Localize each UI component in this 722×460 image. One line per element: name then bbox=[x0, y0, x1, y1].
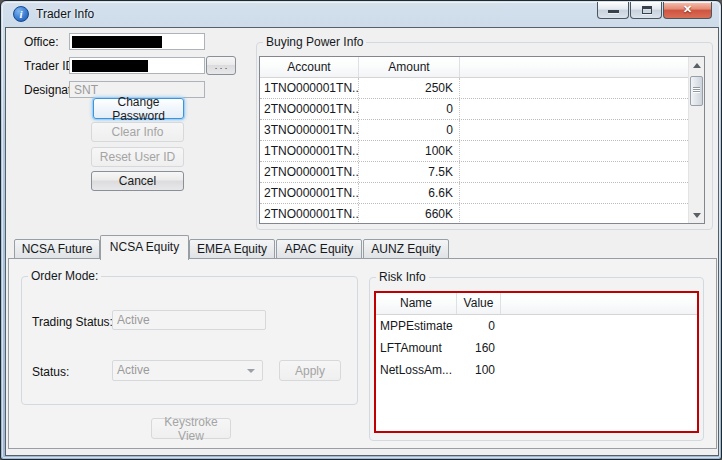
cell-amount: 0 bbox=[359, 120, 460, 140]
close-icon: ✕ bbox=[664, 3, 711, 16]
cell-account: 2TNO000001TN... bbox=[260, 99, 359, 119]
table-row[interactable]: LFTAmount 160 bbox=[376, 337, 697, 359]
table-row[interactable]: 3TNO000001TN... 0 bbox=[260, 120, 704, 141]
cell-amount: 6.6K bbox=[359, 183, 460, 203]
tab-aunz-equity[interactable]: AUNZ Equity bbox=[363, 239, 449, 260]
column-header-value[interactable]: Value bbox=[457, 293, 501, 314]
minimize-button[interactable] bbox=[597, 2, 629, 19]
dialog-client-area: Office: Trader ID: . . . Designation: SN… bbox=[5, 27, 719, 456]
cell-account: 2TNO000001TN... bbox=[260, 162, 359, 182]
cell-name: MPPEstimate bbox=[376, 315, 457, 337]
change-password-button[interactable]: Change Password bbox=[93, 98, 184, 119]
status-label: Status: bbox=[32, 365, 69, 379]
cell-amount: 0 bbox=[359, 99, 460, 119]
scrollbar-thumb[interactable] bbox=[690, 76, 703, 106]
reset-user-id-button: Reset User ID bbox=[91, 147, 184, 167]
trader-info-window: i Trader Info ✕ Office: Trader ID: . . .… bbox=[0, 0, 722, 460]
tab-emea-equity[interactable]: EMEA Equity bbox=[189, 239, 275, 260]
cell-account: 1TNO000001TN... bbox=[260, 78, 359, 98]
trader-id-input[interactable] bbox=[69, 57, 205, 74]
column-header-account[interactable]: Account bbox=[260, 57, 359, 77]
column-header-name[interactable]: Name bbox=[376, 293, 457, 314]
order-mode-group-title: Order Mode: bbox=[28, 269, 101, 283]
close-button[interactable]: ✕ bbox=[663, 2, 712, 19]
risk-table-header[interactable]: Name Value bbox=[376, 293, 697, 315]
cell-account: 3TNO000001TN... bbox=[260, 120, 359, 140]
buying-power-table-header[interactable]: Account Amount bbox=[260, 57, 704, 78]
cell-account: 1TNO000001TN... bbox=[260, 141, 359, 161]
minimize-icon bbox=[608, 10, 619, 13]
scrollbar-grip bbox=[693, 87, 700, 93]
table-row[interactable]: 2TNO000001TN... 0 bbox=[260, 99, 704, 120]
maximize-button[interactable] bbox=[630, 2, 662, 19]
risk-info-group: Risk Info Name Value MPPEstimate 0 LFTAm… bbox=[369, 277, 704, 441]
table-row[interactable]: NetLossAm... 100 bbox=[376, 359, 697, 381]
risk-info-group-title: Risk Info bbox=[376, 270, 429, 284]
table-row[interactable]: 1TNO000001TN... 250K bbox=[260, 78, 704, 99]
column-header-amount[interactable]: Amount bbox=[359, 57, 460, 77]
buying-power-group-title: Buying Power Info bbox=[263, 35, 366, 49]
cell-amount: 100K bbox=[359, 141, 460, 161]
window-title: Trader Info bbox=[36, 7, 94, 21]
apply-button: Apply bbox=[279, 360, 341, 381]
buying-power-group: Buying Power Info Account Amount 1TNO000… bbox=[256, 42, 713, 230]
column-header-filler bbox=[501, 293, 697, 314]
cell-name: NetLossAm... bbox=[376, 359, 457, 381]
title-bar[interactable]: i Trader Info ✕ bbox=[1, 1, 721, 27]
info-icon: i bbox=[13, 6, 29, 22]
table-row[interactable]: MPPEstimate 0 bbox=[376, 315, 697, 337]
tab-ncsa-equity[interactable]: NCSA Equity bbox=[100, 235, 189, 260]
clear-info-button: Clear Info bbox=[91, 122, 184, 142]
tab-ncsa-future[interactable]: NCSA Future bbox=[14, 239, 100, 260]
keystroke-view-button: Keystroke View bbox=[151, 418, 231, 439]
cell-value: 160 bbox=[457, 337, 501, 359]
cancel-button[interactable]: Cancel bbox=[91, 171, 184, 191]
cell-account: 2TNO000001TN... bbox=[260, 204, 359, 224]
office-input[interactable] bbox=[69, 33, 205, 50]
redacted-trader-id-value bbox=[72, 60, 148, 72]
cell-account: 2TNO000001TN... bbox=[260, 183, 359, 203]
table-row[interactable]: 2TNO000001TN... 6.6K bbox=[260, 183, 704, 204]
maximize-icon bbox=[642, 6, 652, 14]
arrow-up-icon bbox=[693, 63, 701, 68]
buying-power-table[interactable]: Account Amount 1TNO000001TN... 250K 2TNO… bbox=[259, 56, 705, 224]
cell-amount: 250K bbox=[359, 78, 460, 98]
risk-info-table[interactable]: Name Value MPPEstimate 0 LFTAmount 160 bbox=[374, 291, 699, 433]
cell-amount: 660K bbox=[359, 204, 460, 224]
scroll-up-button[interactable] bbox=[689, 57, 705, 73]
redacted-office-value bbox=[72, 36, 162, 48]
table-row[interactable]: 1TNO000001TN... 100K bbox=[260, 141, 704, 162]
column-header-filler bbox=[460, 57, 704, 77]
table-row[interactable]: 2TNO000001TN... 7.5K bbox=[260, 162, 704, 183]
trading-status-label: Trading Status: bbox=[32, 315, 113, 329]
table-row[interactable]: 2TNO000001TN... 660K bbox=[260, 204, 704, 224]
cell-value: 0 bbox=[457, 315, 501, 337]
tab-apac-equity[interactable]: APAC Equity bbox=[276, 239, 362, 260]
caption-buttons: ✕ bbox=[596, 2, 712, 19]
chevron-down-icon bbox=[247, 369, 255, 373]
tab-page-ncsa-equity: Order Mode: Trading Status: Active Statu… bbox=[8, 258, 717, 449]
order-mode-group: Order Mode: Trading Status: Active Statu… bbox=[21, 276, 358, 405]
browse-button[interactable]: . . . bbox=[206, 56, 236, 75]
cell-amount: 7.5K bbox=[359, 162, 460, 182]
vertical-scrollbar[interactable] bbox=[688, 57, 704, 223]
trading-status-input: Active bbox=[112, 310, 266, 330]
office-label: Office: bbox=[24, 35, 58, 49]
scroll-down-button[interactable] bbox=[689, 207, 705, 223]
status-dropdown-value: Active bbox=[117, 363, 150, 377]
status-dropdown: Active bbox=[112, 360, 263, 381]
cell-name: LFTAmount bbox=[376, 337, 457, 359]
arrow-down-icon bbox=[693, 213, 701, 218]
cell-value: 100 bbox=[457, 359, 501, 381]
